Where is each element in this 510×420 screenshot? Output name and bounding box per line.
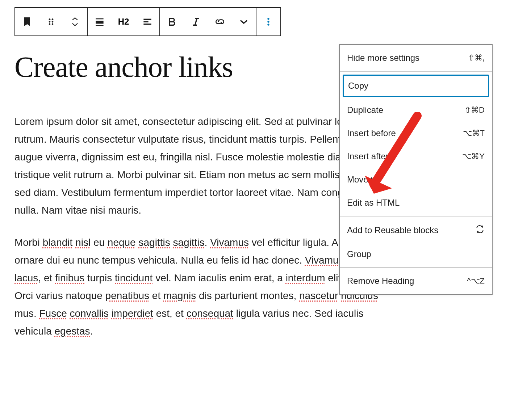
more-options-button[interactable]: [256, 8, 280, 35]
toolbar-group-heading: H2: [87, 7, 160, 36]
menu-item-label: Edit as HTML: [347, 198, 400, 208]
menu-item-label: Duplicate: [347, 105, 383, 115]
menu-item-label: Add to Reusable blocks: [347, 225, 438, 235]
menu-item-edit-as-html[interactable]: Edit as HTML: [340, 191, 492, 214]
menu-item-duplicate[interactable]: Duplicate ⇧⌘D: [340, 98, 492, 122]
svg-point-0: [49, 18, 51, 20]
menu-item-label: Remove Heading: [347, 276, 414, 286]
link-icon: [214, 16, 226, 28]
italic-button[interactable]: [184, 8, 208, 35]
heading-level-icon: H2: [118, 17, 129, 27]
menu-item-label: Insert before: [347, 128, 396, 138]
align-button[interactable]: [88, 8, 112, 35]
svg-point-16: [267, 21, 269, 22]
menu-section: Hide more settings ⇧⌘,: [340, 45, 492, 72]
move-buttons[interactable]: [63, 8, 87, 35]
shortcut-text: ⇧⌘D: [464, 105, 485, 115]
align-icon: [94, 16, 105, 28]
italic-icon: [190, 16, 202, 28]
menu-section: Copy Duplicate ⇧⌘D Insert before ⌥⌘T Ins…: [340, 72, 492, 217]
more-format-button[interactable]: [232, 8, 256, 35]
more-vertical-icon: [263, 16, 274, 28]
menu-item-remove-heading[interactable]: Remove Heading ^⌥Z: [340, 269, 492, 293]
menu-item-move-to[interactable]: Move to: [340, 168, 492, 191]
block-type-button[interactable]: [15, 8, 39, 35]
toolbar-group-options: [256, 7, 281, 36]
drag-handle-icon: [45, 16, 57, 28]
menu-item-hide-more-settings[interactable]: Hide more settings ⇧⌘,: [340, 46, 492, 70]
shortcut-text: ⌥⌘Y: [462, 152, 485, 161]
toolbar-group-format: [159, 7, 256, 36]
menu-item-label: Hide more settings: [347, 53, 419, 63]
chevron-up-icon: [71, 16, 79, 21]
align-left-icon: [142, 16, 153, 28]
menu-item-add-reusable[interactable]: Add to Reusable blocks: [340, 218, 492, 243]
heading-level-button[interactable]: H2: [112, 8, 135, 35]
chevron-down-icon: [238, 16, 250, 28]
menu-section: Add to Reusable blocks Group: [340, 217, 492, 268]
svg-point-2: [49, 21, 51, 23]
shortcut-text: ⇧⌘,: [468, 53, 485, 63]
menu-item-label: Insert after: [347, 151, 389, 161]
menu-item-insert-before[interactable]: Insert before ⌥⌘T: [340, 122, 492, 145]
svg-point-1: [52, 18, 54, 20]
menu-item-insert-after[interactable]: Insert after ⌥⌘Y: [340, 145, 492, 168]
toolbar-group-block: [14, 7, 88, 36]
svg-rect-7: [96, 21, 103, 24]
chevron-down-icon: [71, 22, 79, 27]
menu-item-label: Copy: [348, 81, 368, 91]
bookmark-icon: [21, 16, 33, 28]
text-align-button[interactable]: [135, 8, 159, 35]
block-options-dropdown: Hide more settings ⇧⌘, Copy Duplicate ⇧⌘…: [339, 44, 493, 295]
svg-line-12: [195, 18, 197, 25]
bold-icon: [166, 16, 178, 28]
svg-point-5: [52, 23, 54, 25]
menu-item-label: Group: [347, 249, 371, 259]
drag-handle-button[interactable]: [39, 8, 63, 35]
svg-point-17: [267, 24, 269, 25]
bold-button[interactable]: [160, 8, 184, 35]
shortcut-text: ⌥⌘T: [463, 129, 485, 138]
svg-point-4: [49, 23, 51, 25]
svg-point-3: [52, 21, 54, 23]
menu-section: Remove Heading ^⌥Z: [340, 268, 492, 294]
menu-item-label: Move to: [347, 175, 378, 185]
menu-item-group[interactable]: Group: [340, 243, 492, 266]
block-toolbar: H2: [14, 7, 496, 36]
menu-item-copy[interactable]: Copy: [343, 75, 489, 97]
svg-point-15: [267, 18, 269, 20]
convert-icon: [475, 224, 485, 236]
link-button[interactable]: [208, 8, 232, 35]
shortcut-text: ^⌥Z: [467, 276, 485, 286]
